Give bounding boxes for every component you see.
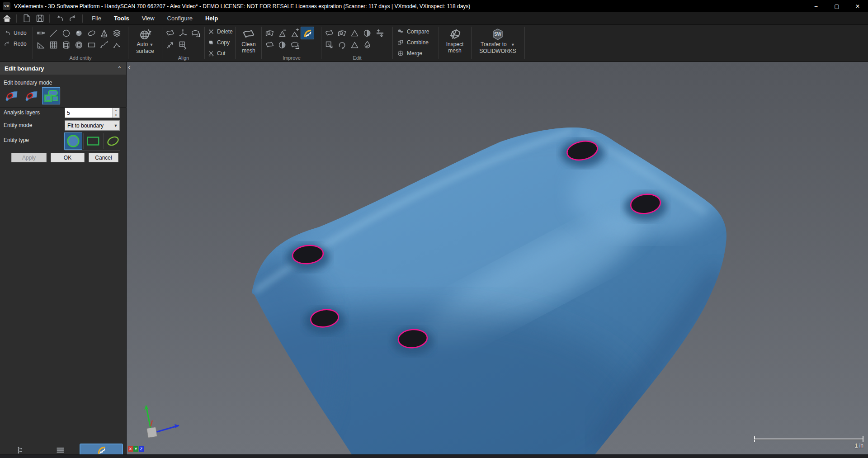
ellipse-icon[interactable]	[85, 27, 98, 39]
remove-spikes-icon[interactable]	[276, 27, 288, 39]
align-grid-icon[interactable]	[176, 39, 189, 51]
scanned-mesh[interactable]	[127, 62, 868, 454]
delete-button[interactable]: Delete	[206, 26, 234, 37]
redo-button[interactable]: Redo	[2, 38, 32, 49]
scale-tick-right	[863, 436, 863, 442]
sphere-icon[interactable]	[72, 27, 85, 39]
ok-button[interactable]: OK	[51, 153, 85, 162]
menu-tools[interactable]: Tools	[108, 12, 136, 24]
save-icon[interactable]	[33, 13, 47, 24]
redo-label: Redo	[14, 41, 27, 47]
watertight-icon[interactable]	[361, 39, 373, 51]
move-updown-icon[interactable]	[373, 27, 386, 39]
mode-fit-entities-button[interactable]	[42, 88, 60, 104]
auto-surface-label2: surface	[136, 48, 154, 54]
caliper-icon[interactable]	[34, 27, 47, 39]
compare-button[interactable]: Compare	[395, 26, 437, 37]
transfer-solidworks-button[interactable]: SW Transfer to ▼ SOLIDWORKS	[473, 25, 523, 62]
clean-mesh-button[interactable]: Clean mesh	[237, 25, 260, 62]
refine-mesh-icon[interactable]	[288, 39, 301, 51]
analysis-layers-input[interactable]	[65, 108, 112, 118]
line-icon[interactable]	[47, 27, 60, 39]
axis-y-badge: Y	[133, 446, 138, 452]
viewport-3d[interactable]: ‹	[127, 62, 868, 454]
axis-badges: X Y Z	[128, 446, 144, 452]
cone-icon[interactable]	[98, 27, 110, 39]
sphere-mesh-icon[interactable]	[72, 39, 85, 51]
defeature-icon[interactable]	[348, 27, 361, 39]
edit-boundary-icon[interactable]	[301, 27, 314, 39]
panel-title: Edit boundary	[5, 65, 44, 72]
polyline-icon[interactable]	[98, 39, 110, 51]
analysis-layers-label: Analysis layers	[4, 109, 40, 116]
shell-icon[interactable]	[335, 27, 348, 39]
apply-button[interactable]: Apply	[11, 153, 47, 162]
spinner-up-icon[interactable]: ▲	[113, 108, 119, 113]
menu-configure[interactable]: Configure	[161, 12, 199, 24]
spinner-down-icon[interactable]: ▼	[113, 113, 119, 118]
minimize-icon[interactable]: –	[806, 0, 826, 12]
menu-file[interactable]: File	[85, 12, 108, 24]
merge-button[interactable]: Merge	[395, 48, 437, 59]
smooth-mesh-icon[interactable]	[263, 39, 276, 51]
extract-surface-icon[interactable]	[323, 27, 335, 39]
divider	[82, 14, 83, 23]
rectangle-icon[interactable]	[85, 39, 98, 51]
add-entity-group: Add entity	[34, 25, 127, 62]
align-patch-icon[interactable]	[189, 27, 202, 39]
entity-mode-label: Entity mode	[4, 122, 32, 128]
cut-button[interactable]: Cut	[206, 48, 234, 59]
align-axes-icon[interactable]	[176, 27, 189, 39]
undo-icon[interactable]	[52, 13, 66, 24]
title-bar: VX VXelements - 3D Software Platform - H…	[0, 0, 868, 12]
redo-icon[interactable]	[66, 13, 80, 24]
undo-button[interactable]: Undo	[2, 28, 32, 38]
menu-help[interactable]: Help	[199, 12, 224, 24]
entity-type-rectangle-button[interactable]	[85, 133, 102, 149]
triangle-select-icon[interactable]	[348, 39, 361, 51]
align-surface-icon[interactable]	[164, 27, 176, 39]
align-prealign-icon[interactable]	[164, 39, 176, 51]
cylinder-icon[interactable]	[60, 39, 72, 51]
vector-icon[interactable]	[110, 39, 123, 51]
orient-icon[interactable]	[335, 39, 348, 51]
auto-surface-icon	[138, 28, 152, 41]
mode-edit-curve-button[interactable]	[3, 88, 20, 104]
solidworks-cube-icon: SW	[491, 28, 505, 41]
cancel-button[interactable]: Cancel	[89, 153, 118, 162]
entity-mode-select[interactable]: Fit to boundary ▼	[65, 120, 120, 131]
reduce-mesh-icon[interactable]	[276, 39, 288, 51]
inspect-mesh-button[interactable]: Inspect mesh	[440, 25, 469, 62]
circle-icon[interactable]	[60, 27, 72, 39]
entity-type-ellipse-button[interactable]	[104, 133, 122, 149]
new-document-icon[interactable]	[19, 13, 33, 24]
maximize-icon[interactable]: ▢	[826, 0, 847, 12]
chevron-down-icon[interactable]: ▼	[150, 42, 154, 47]
plane-grid-icon[interactable]	[47, 39, 60, 51]
chevron-down-icon[interactable]: ▼	[511, 42, 515, 47]
delete-label: Delete	[217, 28, 233, 35]
add-triangles-icon[interactable]	[288, 27, 301, 39]
mirror-icon[interactable]	[361, 27, 373, 39]
home-icon[interactable]	[0, 13, 14, 24]
planes-stack-icon[interactable]	[110, 27, 123, 39]
axis-origin-cube	[147, 427, 157, 438]
copy-label: Copy	[217, 39, 230, 46]
copy-button[interactable]: Copy	[206, 37, 234, 48]
fill-holes-icon[interactable]	[263, 27, 276, 39]
angle-icon[interactable]	[34, 39, 47, 51]
tab-edit-boundary[interactable]	[80, 444, 122, 455]
close-icon[interactable]: ✕	[847, 0, 868, 12]
menu-view[interactable]: View	[136, 12, 161, 24]
tab-tree-view[interactable]	[0, 444, 40, 455]
panel-header[interactable]: Edit boundary ⌃	[0, 62, 126, 75]
combine-button[interactable]: Combine	[395, 37, 437, 48]
mode-refit-curve-button[interactable]	[23, 88, 40, 104]
cut-label: Cut	[217, 50, 226, 57]
rescale-icon[interactable]	[323, 39, 335, 51]
auto-surface-button[interactable]: Auto ▼ surface	[130, 25, 160, 62]
entity-type-circle-button[interactable]	[65, 133, 82, 149]
auto-surface-label1: Auto	[137, 41, 148, 47]
tab-list-view[interactable]	[40, 444, 80, 455]
collapse-chevron-icon[interactable]: ⌃	[118, 66, 122, 71]
